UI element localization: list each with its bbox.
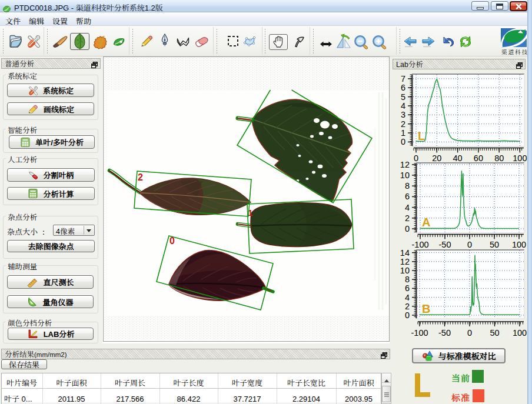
svg-text:1: 1: [248, 208, 253, 218]
svg-text:0: 0: [405, 310, 410, 320]
svg-text:A: A: [422, 216, 430, 229]
svg-text:6: 6: [405, 192, 410, 201]
svg-text:4: 4: [401, 101, 405, 111]
svg-text:0: 0: [467, 328, 472, 338]
svg-text:8: 8: [405, 181, 410, 191]
svg-text:6: 6: [405, 283, 410, 293]
svg-text:12: 12: [400, 257, 410, 266]
svg-text:4: 4: [405, 293, 410, 302]
svg-text:10: 10: [400, 266, 410, 275]
svg-text:1: 1: [401, 128, 405, 138]
svg-text:-50: -50: [438, 328, 451, 338]
svg-text:6: 6: [401, 83, 405, 92]
svg-text:0: 0: [401, 137, 405, 146]
svg-text:7: 7: [401, 74, 405, 84]
svg-text:2: 2: [138, 172, 143, 182]
svg-text:2: 2: [401, 119, 405, 129]
svg-text:2: 2: [405, 302, 410, 311]
svg-text:2: 2: [405, 213, 410, 223]
svg-text:渠道科技: 渠道科技: [501, 48, 527, 55]
svg-text:-100: -100: [411, 328, 428, 338]
svg-text:50: 50: [490, 328, 499, 338]
svg-text:L: L: [418, 129, 425, 142]
svg-text:3: 3: [401, 110, 405, 119]
svg-text:14: 14: [400, 248, 410, 258]
svg-text:0: 0: [405, 224, 410, 233]
svg-text:5: 5: [401, 92, 405, 102]
svg-text:100: 100: [513, 328, 527, 338]
svg-text:10: 10: [400, 171, 410, 180]
svg-text:B: B: [422, 302, 430, 315]
svg-text:8: 8: [405, 275, 410, 284]
svg-text:0: 0: [169, 236, 175, 246]
svg-text:4: 4: [405, 203, 410, 212]
svg-text:12: 12: [400, 160, 410, 169]
